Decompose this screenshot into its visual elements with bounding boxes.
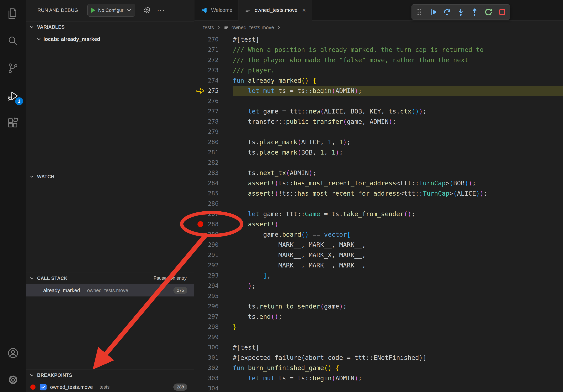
breakpoint-gutter[interactable] <box>194 363 206 373</box>
breakpoint-gutter[interactable] <box>194 250 206 260</box>
code-line-280[interactable]: 280 ts.place_mark(ALICE, 1, 1); <box>194 137 563 147</box>
code-text[interactable]: #[test] <box>233 342 563 353</box>
code-text[interactable] <box>233 198 563 209</box>
code-text[interactable]: #[expected_failure(abort_code = ttt::ENo… <box>233 353 563 363</box>
code-text[interactable]: let game: ttt::Game = ts.take_from_sende… <box>233 209 563 219</box>
explorer-icon[interactable] <box>0 3 26 25</box>
breakpoint-gutter[interactable] <box>194 240 206 250</box>
code-line-270[interactable]: 270#[test] <box>194 34 563 45</box>
account-icon[interactable] <box>0 342 26 364</box>
restart-button[interactable] <box>484 8 493 17</box>
breakpoint-gutter[interactable] <box>194 301 206 312</box>
code-line-293[interactable]: 293 ], <box>194 270 563 281</box>
tab-welcome[interactable]: Welcome <box>194 0 239 20</box>
code-line-299[interactable]: 299 <box>194 332 563 342</box>
debug-settings-gear-icon[interactable] <box>143 6 152 15</box>
stop-button[interactable] <box>498 8 507 17</box>
settings-gear-icon[interactable] <box>0 369 26 391</box>
breakpoint-gutter[interactable] <box>194 270 206 281</box>
code-line-283[interactable]: 283 ts.next_tx(ADMIN); <box>194 168 563 178</box>
start-debugging-icon[interactable] <box>91 8 95 13</box>
call-stack-section-header[interactable]: CALL STACK Paused on entry <box>26 273 194 284</box>
code-line-290[interactable]: 290 MARK__, MARK__, MARK__, <box>194 240 563 250</box>
code-text[interactable] <box>233 383 563 392</box>
code-line-302[interactable]: 302fun burn_unfinished_game() { <box>194 363 563 373</box>
step-out-button[interactable] <box>470 8 479 17</box>
breakpoint-dot[interactable] <box>197 221 203 227</box>
code-line-300[interactable]: 300#[test] <box>194 342 563 353</box>
code-line-287[interactable]: 287 let game: ttt::Game = ts.take_from_s… <box>194 209 563 219</box>
breadcrumb-item-file[interactable]: owned_tests.move <box>231 25 274 31</box>
code-text[interactable]: MARK__, MARK__, MARK__, <box>233 260 563 270</box>
extensions-icon[interactable] <box>0 112 26 134</box>
breakpoint-gutter[interactable] <box>194 137 206 147</box>
breakpoint-gutter[interactable] <box>194 229 206 240</box>
code-text[interactable]: ts.place_mark(BOB, 1, 1); <box>233 147 563 157</box>
code-line-298[interactable]: 298} <box>194 322 563 332</box>
watch-section-header[interactable]: WATCH <box>26 171 194 182</box>
code-line-271[interactable]: 271/// When a position is already marked… <box>194 45 563 55</box>
code-text[interactable] <box>233 332 563 342</box>
code-text[interactable]: fun burn_unfinished_game() { <box>233 363 563 373</box>
code-text[interactable]: assert!( <box>233 219 563 229</box>
code-line-296[interactable]: 296 ts.return_to_sender(game); <box>194 301 563 312</box>
code-line-288[interactable]: 288 assert!( <box>194 219 563 229</box>
code-line-301[interactable]: 301#[expected_failure(abort_code = ttt::… <box>194 353 563 363</box>
code-line-272[interactable]: 272/// the player who made the "false" m… <box>194 55 563 65</box>
code-line-291[interactable]: 291 MARK__, MARK_X, MARK__, <box>194 250 563 260</box>
code-line-297[interactable]: 297 ts.end(); <box>194 312 563 322</box>
close-icon[interactable]: × <box>302 7 306 13</box>
step-into-button[interactable] <box>456 8 465 17</box>
code-line-284[interactable]: 284 assert!(ts::has_most_recent_for_addr… <box>194 178 563 188</box>
breakpoint-gutter[interactable] <box>194 281 206 291</box>
breakpoint-gutter[interactable] <box>194 209 206 219</box>
tab-owned-tests-move[interactable]: owned_tests.move × <box>239 0 312 20</box>
breakpoint-gutter[interactable] <box>194 291 206 301</box>
debug-config-picker[interactable]: No Configur <box>87 4 135 17</box>
code-text[interactable]: assert!(ts::has_most_recent_for_address<… <box>233 178 563 188</box>
step-over-button[interactable] <box>442 8 451 17</box>
breakpoint-gutter[interactable] <box>194 127 206 137</box>
code-text[interactable]: ts.place_mark(ALICE, 1, 1); <box>233 137 563 147</box>
breakpoint-gutter[interactable] <box>194 86 206 96</box>
code-text[interactable]: /// When a position is already marked, t… <box>233 45 563 55</box>
breakpoint-gutter[interactable] <box>194 322 206 332</box>
code-line-279[interactable]: 279 <box>194 127 563 137</box>
breakpoint-gutter[interactable] <box>194 45 206 55</box>
code-line-292[interactable]: 292 MARK__, MARK__, MARK__, <box>194 260 563 270</box>
breakpoint-gutter[interactable] <box>194 117 206 127</box>
code-line-278[interactable]: 278 transfer::public_transfer(game, ADMI… <box>194 117 563 127</box>
breakpoint-gutter[interactable] <box>194 168 206 178</box>
code-text[interactable]: /// player. <box>233 65 563 75</box>
code-line-285[interactable]: 285 assert!(!ts::has_most_recent_for_add… <box>194 188 563 198</box>
code-text[interactable] <box>233 127 563 137</box>
breakpoint-gutter[interactable] <box>194 106 206 117</box>
code-line-304[interactable]: 304 <box>194 383 563 392</box>
code-line-286[interactable]: 286 <box>194 198 563 209</box>
breakpoint-gutter[interactable] <box>194 383 206 392</box>
code-text[interactable]: ts.next_tx(ADMIN); <box>233 168 563 178</box>
code-line-282[interactable]: 282 <box>194 157 563 168</box>
breakpoints-section-header[interactable]: BREAKPOINTS <box>26 369 194 380</box>
code-text[interactable]: MARK__, MARK__, MARK__, <box>233 240 563 250</box>
breakpoint-checkbox[interactable] <box>40 384 47 391</box>
breakpoint-gutter[interactable] <box>194 219 206 229</box>
code-text[interactable]: let game = ttt::new(ALICE, BOB, KEY, ts.… <box>233 106 563 117</box>
code-text[interactable]: #[test] <box>233 34 563 45</box>
breakpoint-gutter[interactable] <box>194 55 206 65</box>
breakpoint-gutter[interactable] <box>194 373 206 383</box>
breakpoint-gutter[interactable] <box>194 312 206 322</box>
breakpoint-gutter[interactable] <box>194 260 206 270</box>
breadcrumb-item-tests[interactable]: tests <box>203 25 214 31</box>
search-icon[interactable] <box>0 30 26 52</box>
breakpoint-gutter[interactable] <box>194 75 206 86</box>
breakpoint-gutter[interactable] <box>194 157 206 168</box>
code-text[interactable]: fun already_marked() { <box>233 75 563 86</box>
breadcrumb-item-symbol[interactable]: … <box>284 25 289 31</box>
code-line-276[interactable]: 276 <box>194 96 563 106</box>
code-text[interactable] <box>233 291 563 301</box>
code-text[interactable]: ], <box>233 270 563 281</box>
call-stack-frame-row[interactable]: already_marked owned_tests.move 275 <box>26 284 194 297</box>
code-line-281[interactable]: 281 ts.place_mark(BOB, 1, 1); <box>194 147 563 157</box>
code-text[interactable]: /// the player who made the "false" move… <box>233 55 563 65</box>
